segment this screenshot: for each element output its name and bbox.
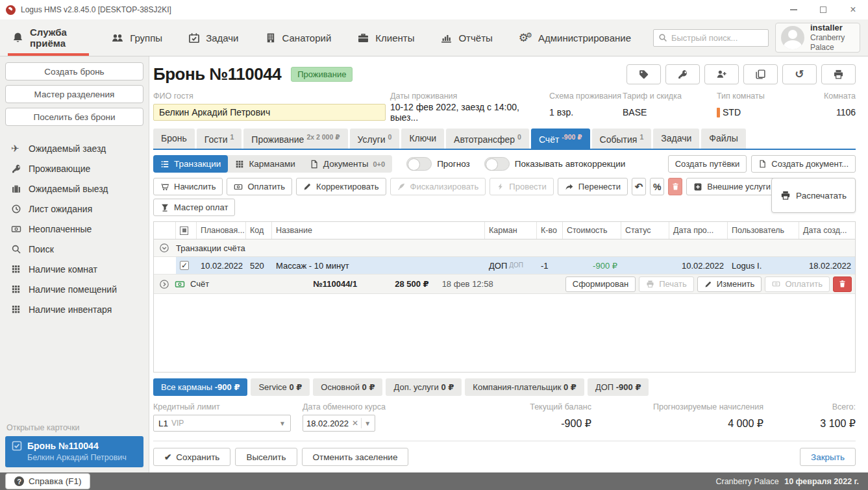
checked-card-icon	[12, 441, 22, 451]
sidebar-item-room-availability[interactable]: Наличие комнат	[5, 259, 143, 279]
column-name[interactable]: Название	[272, 222, 485, 239]
nav-front-desk[interactable]: Служба приёма	[8, 19, 89, 56]
checkout-button[interactable]: Выселить	[235, 448, 297, 466]
tags-button[interactable]	[626, 64, 661, 84]
create-voucher-button[interactable]: Создать путёвки	[668, 155, 747, 173]
autocorrections-toggle[interactable]	[484, 157, 510, 171]
column-cost[interactable]: Стоимость	[563, 222, 621, 239]
delete-transaction-button[interactable]	[668, 178, 682, 195]
transfer-button[interactable]: Перенести	[558, 178, 628, 195]
chevron-down-icon[interactable]: ▼	[364, 420, 371, 427]
exchange-date-input[interactable]: 18.02.2022 ✕ ▼	[303, 415, 375, 432]
view-documents[interactable]: Документы 0+0	[303, 155, 392, 173]
pay-button[interactable]: Оплатить	[227, 178, 292, 195]
tab-transfer[interactable]: Автотрансфер0	[446, 129, 529, 149]
sidebar-item-space-availability[interactable]: Наличие помещений	[5, 279, 143, 299]
nav-sanatorium[interactable]: Санаторий	[261, 19, 336, 56]
close-window-button[interactable]: ×	[838, 0, 868, 19]
pocket-dop[interactable]: ДОП -900 ₽	[588, 378, 649, 396]
pocket-payer-company[interactable]: Компания-плательщик 0 ₽	[465, 378, 584, 396]
sidebar-item-waiting-list[interactable]: Лист ожидания	[5, 199, 143, 219]
nav-clients[interactable]: Клиенты	[353, 19, 418, 56]
open-card-booking[interactable]: Бронь №110044 Белкин Аркадий Петрович	[5, 436, 143, 467]
column-pocket[interactable]: Карман	[485, 222, 537, 239]
user-panel[interactable]: installer Cranberry Palace	[775, 23, 860, 53]
row-checkbox[interactable]: ✓	[180, 261, 189, 270]
sidebar-item-search[interactable]: Поиск	[5, 239, 143, 259]
invoice-print-button[interactable]: Печать	[639, 276, 694, 292]
tab-accommodation[interactable]: Проживание2x 2 000 ₽	[243, 129, 347, 149]
nav-tasks[interactable]: Задачи	[184, 19, 242, 56]
invoice-edit-button[interactable]: Изменить	[697, 276, 762, 292]
minimize-button[interactable]	[778, 0, 808, 19]
sidebar-item-inventory-availability[interactable]: Наличие инвентаря	[5, 299, 143, 319]
correct-button[interactable]: Корректировать	[296, 178, 386, 195]
sidebar-item-in-house[interactable]: Проживающие	[5, 158, 143, 178]
tab-tasks[interactable]: Задачи	[653, 129, 699, 149]
tab-guests[interactable]: Гости1	[197, 129, 242, 149]
column-date-posted[interactable]: Дата про...	[669, 222, 728, 239]
fiscalize-button[interactable]: Фискализировать	[390, 178, 486, 195]
nav-groups[interactable]: Группы	[107, 19, 166, 56]
search-input[interactable]	[671, 33, 763, 43]
close-card-button[interactable]: Закрыть	[800, 448, 856, 466]
external-services-button[interactable]: Внешние услуги	[686, 178, 778, 195]
expand-circle-icon[interactable]	[159, 279, 169, 289]
column-status[interactable]: Статус	[621, 222, 669, 239]
split-master-button[interactable]: Мастер разделения	[5, 85, 143, 103]
history-button[interactable]: ↺	[782, 64, 817, 84]
view-transactions[interactable]: Транзакции	[153, 155, 228, 173]
cell-date-posted: 10.02.2022	[669, 261, 728, 271]
undo-button[interactable]: ↶	[632, 178, 646, 195]
tab-services[interactable]: Услуги0	[350, 129, 400, 149]
post-button[interactable]: Провести	[490, 178, 554, 195]
column-code[interactable]: Код	[246, 222, 272, 239]
add-guest-button[interactable]	[704, 64, 739, 84]
credit-limit-select[interactable]: L1 VIP ▼	[153, 415, 291, 432]
pocket-service[interactable]: Service 0 ₽	[251, 378, 310, 396]
discount-percent-button[interactable]: %	[650, 178, 664, 195]
trash-icon	[838, 280, 847, 288]
forecast-toggle[interactable]	[406, 157, 432, 171]
tab-keys[interactable]: Ключи	[401, 129, 444, 149]
column-user[interactable]: Пользователь	[728, 222, 799, 239]
maximize-button[interactable]	[808, 0, 838, 19]
payment-master-button[interactable]: Мастер оплат	[153, 199, 235, 216]
sidebar-item-expected-arrival[interactable]: ✈ Ожидаемый заезд	[5, 138, 143, 158]
copy-button[interactable]	[743, 64, 778, 84]
invoice-delete-button[interactable]	[833, 276, 852, 292]
column-date-created[interactable]: Дата созд...	[799, 222, 855, 239]
cancel-checkin-button[interactable]: Отменить заселение	[302, 448, 409, 466]
tab-files[interactable]: Файлы	[701, 129, 745, 149]
nav-reports[interactable]: Отчёты	[436, 19, 496, 56]
charge-button[interactable]: Начислить	[153, 178, 223, 195]
tab-booking[interactable]: Бронь	[153, 129, 195, 149]
sidebar-item-unpaid[interactable]: Неоплаченные	[5, 219, 143, 239]
invoice-row[interactable]: Счёт №110044/1 28 500 ₽ 18 фев 12:58 Сфо…	[154, 275, 855, 294]
pocket-all[interactable]: Все карманы -900 ₽	[153, 378, 247, 396]
column-qty[interactable]: К-во	[537, 222, 563, 239]
column-planned[interactable]: Плановая...	[197, 222, 246, 239]
help-button[interactable]: ? Справка (F1)	[5, 473, 90, 489]
save-button[interactable]: ✔ Сохранить	[153, 448, 230, 466]
group-row-account-transactions[interactable]: Транзакции счёта	[154, 239, 855, 257]
print-account-button[interactable]: Распечатать	[771, 178, 856, 213]
create-booking-button[interactable]: Создать бронь	[5, 62, 143, 80]
invoice-status-button[interactable]: Сформирован	[565, 276, 636, 292]
create-document-button[interactable]: Создать документ...	[751, 155, 856, 173]
transaction-row[interactable]: ✓ 10.02.2022 520 Массаж - 10 минут ДОПДО…	[154, 257, 855, 275]
view-pockets[interactable]: Карманами	[228, 155, 302, 173]
pocket-main[interactable]: Основной 0 ₽	[313, 378, 382, 396]
nav-administration[interactable]: ⚙⚙ Администрирование	[515, 19, 635, 56]
tab-account[interactable]: Счёт-900 ₽	[531, 129, 590, 149]
sidebar-item-expected-departure[interactable]: Ожидаемый выезд	[5, 178, 143, 199]
checkin-without-booking-button[interactable]: Поселить без брони	[5, 108, 143, 126]
keys-button[interactable]	[665, 64, 700, 84]
clear-icon[interactable]: ✕	[352, 419, 358, 428]
guest-name-input[interactable]	[153, 104, 386, 121]
select-all-checkbox[interactable]	[180, 227, 188, 235]
tab-events[interactable]: События1	[592, 129, 652, 149]
invoice-pay-button[interactable]: Оплатить	[765, 276, 830, 292]
print-header-button[interactable]	[821, 64, 856, 84]
pocket-extra-services[interactable]: Доп. услуги 0 ₽	[386, 378, 462, 396]
